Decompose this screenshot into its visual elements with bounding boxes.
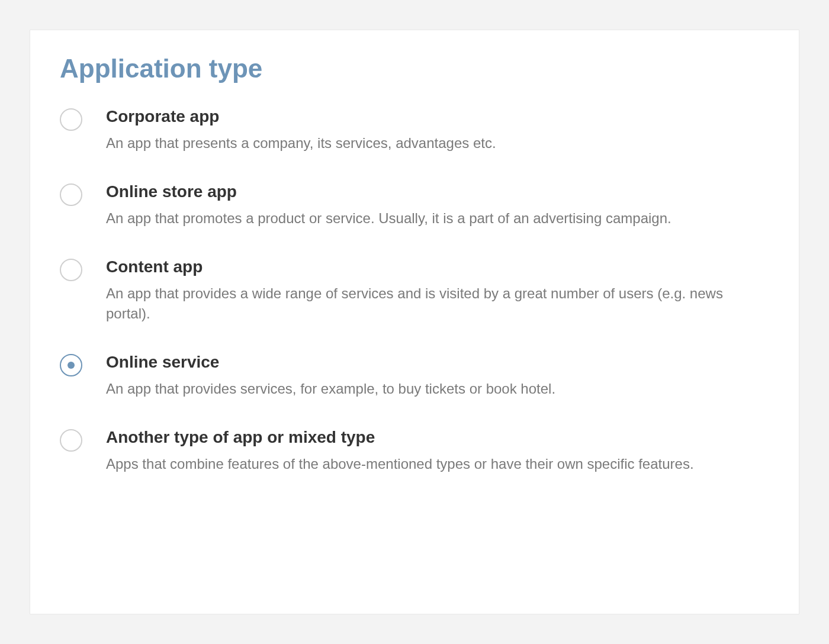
option-corporate-app[interactable]: Corporate app An app that presents a com… [60,107,769,154]
option-content: Online service An app that provides serv… [106,353,769,400]
option-content: Another type of app or mixed type Apps t… [106,428,769,475]
radio-icon[interactable] [60,259,82,281]
radio-icon[interactable] [60,429,82,452]
radio-icon[interactable] [60,108,82,131]
radio-icon[interactable] [60,354,82,376]
option-title: Content app [106,257,769,276]
option-title: Online store app [106,182,769,201]
application-type-card: Application type Corporate app An app th… [30,30,799,614]
option-another-type[interactable]: Another type of app or mixed type Apps t… [60,428,769,475]
option-description: An app that provides services, for examp… [106,379,769,400]
card-title: Application type [60,54,769,83]
option-content: Online store app An app that promotes a … [106,182,769,229]
option-description: An app that promotes a product or servic… [106,208,769,229]
option-content: Corporate app An app that presents a com… [106,107,769,154]
option-content: Content app An app that provides a wide … [106,257,769,325]
option-title: Another type of app or mixed type [106,428,769,447]
option-online-store-app[interactable]: Online store app An app that promotes a … [60,182,769,229]
option-title: Corporate app [106,107,769,126]
option-online-service[interactable]: Online service An app that provides serv… [60,353,769,400]
radio-icon[interactable] [60,183,82,206]
option-description: An app that provides a wide range of ser… [106,284,769,325]
option-description: An app that presents a company, its serv… [106,133,769,154]
option-description: Apps that combine features of the above-… [106,454,769,475]
option-content-app[interactable]: Content app An app that provides a wide … [60,257,769,325]
option-title: Online service [106,353,769,372]
